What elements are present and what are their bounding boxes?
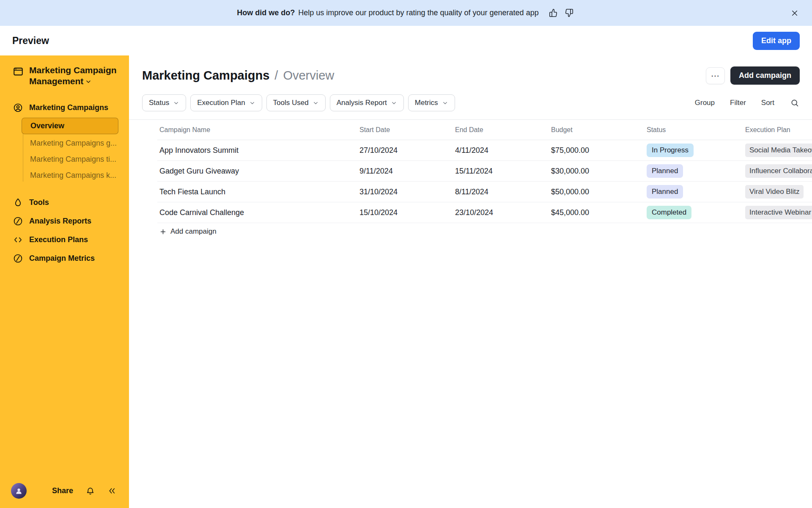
table-row[interactable]: Gadget Guru Giveaway 9/11/2024 15/11/202… (157, 161, 812, 182)
sidebar-subpages: Overview Marketing Campaigns g... Market… (0, 118, 129, 184)
sidebar: Marketing Campaign Management Marketing … (0, 55, 129, 508)
column-header-status[interactable]: Status (645, 126, 743, 134)
column-header-end-date[interactable]: End Date (453, 126, 549, 134)
circle-slash-icon (13, 216, 23, 226)
add-campaign-row-label: Add campaign (170, 227, 217, 236)
execution-plan-pill[interactable]: Viral Video Blitz (745, 185, 804, 198)
app-logo-icon (13, 66, 24, 77)
column-header-execution-plan[interactable]: Execution Plan (743, 126, 812, 134)
sidebar-item-campaigns-k[interactable]: Marketing Campaigns k... (0, 167, 129, 183)
execution-plan-filter-dropdown[interactable]: Execution Plan (190, 94, 262, 111)
campaigns-table: Campaign Name Start Date End Date Budget… (157, 120, 812, 236)
user-circle-icon (13, 103, 23, 113)
sidebar-subitem-label: Marketing Campaigns g... (30, 139, 117, 148)
status-badge[interactable]: Planned (647, 164, 683, 177)
top-bar: Preview Edit app (0, 26, 812, 55)
status-badge[interactable]: Completed (647, 206, 691, 219)
group-button[interactable]: Group (695, 99, 715, 107)
filter-button[interactable]: Filter (730, 99, 746, 107)
avatar[interactable] (11, 483, 27, 499)
budget-cell[interactable]: $30,000.00 (549, 167, 645, 176)
chevron-down-icon (85, 78, 92, 85)
analysis-report-filter-dropdown[interactable]: Analysis Report (330, 94, 404, 111)
execution-plan-pill[interactable]: Influencer Collaborat (745, 164, 812, 177)
table-header-row: Campaign Name Start Date End Date Budget… (157, 120, 812, 140)
column-header-start-date[interactable]: Start Date (357, 126, 453, 134)
more-button[interactable]: ⋯ (706, 67, 725, 84)
sidebar-item-campaigns-g[interactable]: Marketing Campaigns g... (0, 135, 129, 151)
main-content: Marketing Campaigns / Overview ⋯ Add cam… (129, 55, 812, 508)
sidebar-item-label: Marketing Campaigns (29, 103, 108, 112)
sort-button[interactable]: Sort (761, 99, 774, 107)
table-row[interactable]: App Innovators Summit 27/10/2024 4/11/20… (157, 140, 812, 161)
thumbs-up-button[interactable] (547, 7, 560, 19)
sidebar-item-label: Analysis Reports (29, 217, 91, 226)
sidebar-item-marketing-campaigns[interactable]: Marketing Campaigns (0, 98, 129, 117)
chevron-down-icon (173, 100, 179, 106)
execution-plan-pill[interactable]: Social Media Takeove (745, 144, 812, 157)
table-row[interactable]: Tech Fiesta Launch 31/10/2024 8/11/2024 … (157, 182, 812, 202)
status-badge[interactable]: In Progress (647, 144, 694, 157)
breadcrumb-separator: / (274, 69, 278, 83)
close-icon[interactable] (788, 7, 801, 19)
campaign-name-cell[interactable]: Gadget Guru Giveaway (157, 167, 357, 176)
column-header-budget[interactable]: Budget (549, 126, 645, 134)
sidebar-item-campaigns-ti[interactable]: Marketing Campaigns ti... (0, 151, 129, 167)
table-row[interactable]: Code Carnival Challenge 15/10/2024 23/10… (157, 202, 812, 223)
sidebar-item-label: Campaign Metrics (29, 254, 95, 263)
sidebar-item-execution-plans[interactable]: Execution Plans (0, 230, 129, 249)
status-filter-dropdown[interactable]: Status (142, 94, 186, 111)
preview-label: Preview (12, 35, 49, 47)
search-icon[interactable] (790, 98, 800, 108)
bell-icon[interactable] (86, 486, 95, 495)
thumbs-down-icon (565, 8, 573, 17)
app-switcher[interactable]: Marketing Campaign Management (0, 65, 129, 89)
execution-plan-pill[interactable]: Interactive Webinar S (745, 206, 812, 219)
chevron-down-icon (442, 100, 448, 106)
chevron-down-icon (249, 100, 255, 106)
budget-cell[interactable]: $45,000.00 (549, 208, 645, 217)
campaign-name-cell[interactable]: Tech Fiesta Launch (157, 188, 357, 196)
end-date-cell[interactable]: 23/10/2024 (453, 208, 549, 217)
budget-cell[interactable]: $50,000.00 (549, 188, 645, 196)
chevron-down-icon (313, 100, 319, 106)
droplet-icon (13, 198, 23, 207)
campaign-name-cell[interactable]: App Innovators Summit (157, 146, 357, 155)
sidebar-item-analysis-reports[interactable]: Analysis Reports (0, 212, 129, 230)
edit-app-button[interactable]: Edit app (753, 32, 800, 50)
start-date-cell[interactable]: 31/10/2024 (357, 188, 453, 196)
budget-cell[interactable]: $75,000.00 (549, 146, 645, 155)
sidebar-item-campaign-metrics[interactable]: Campaign Metrics (0, 249, 129, 268)
column-header-campaign-name[interactable]: Campaign Name (157, 126, 357, 134)
app-title: Marketing Campaign Management (29, 65, 118, 86)
toolbar: Status Execution Plan Tools Used Analysi… (129, 94, 812, 120)
sidebar-subitem-label: Overview (30, 121, 64, 130)
sidebar-subitem-label: Marketing Campaigns ti... (30, 155, 116, 164)
sidebar-item-overview[interactable]: Overview (22, 118, 118, 134)
metrics-filter-dropdown[interactable]: Metrics (408, 94, 455, 111)
end-date-cell[interactable]: 4/11/2024 (453, 146, 549, 155)
thumbs-up-icon (549, 8, 558, 17)
sidebar-item-label: Tools (29, 198, 49, 207)
add-campaign-row-button[interactable]: Add campaign (157, 227, 217, 236)
breadcrumb-parent[interactable]: Marketing Campaigns (142, 69, 269, 83)
code-icon (13, 235, 23, 245)
campaign-name-cell[interactable]: Code Carnival Challenge (157, 208, 357, 217)
share-button[interactable]: Share (52, 486, 73, 495)
sidebar-item-tools[interactable]: Tools (0, 193, 129, 212)
tools-used-filter-dropdown[interactable]: Tools Used (266, 94, 326, 111)
status-badge[interactable]: Planned (647, 185, 683, 198)
thumbs-down-button[interactable] (563, 7, 575, 19)
end-date-cell[interactable]: 15/11/2024 (453, 167, 549, 176)
chevron-down-icon (391, 100, 397, 106)
sidebar-subitem-label: Marketing Campaigns k... (30, 171, 116, 180)
add-campaign-button[interactable]: Add campaign (730, 66, 800, 85)
collapse-sidebar-icon[interactable] (107, 486, 116, 495)
plus-icon (159, 228, 167, 235)
start-date-cell[interactable]: 27/10/2024 (357, 146, 453, 155)
page-title: Overview (283, 69, 334, 83)
end-date-cell[interactable]: 8/11/2024 (453, 188, 549, 196)
start-date-cell[interactable]: 9/11/2024 (357, 167, 453, 176)
feedback-banner: How did we do? Help us improve our produ… (0, 0, 812, 26)
start-date-cell[interactable]: 15/10/2024 (357, 208, 453, 217)
